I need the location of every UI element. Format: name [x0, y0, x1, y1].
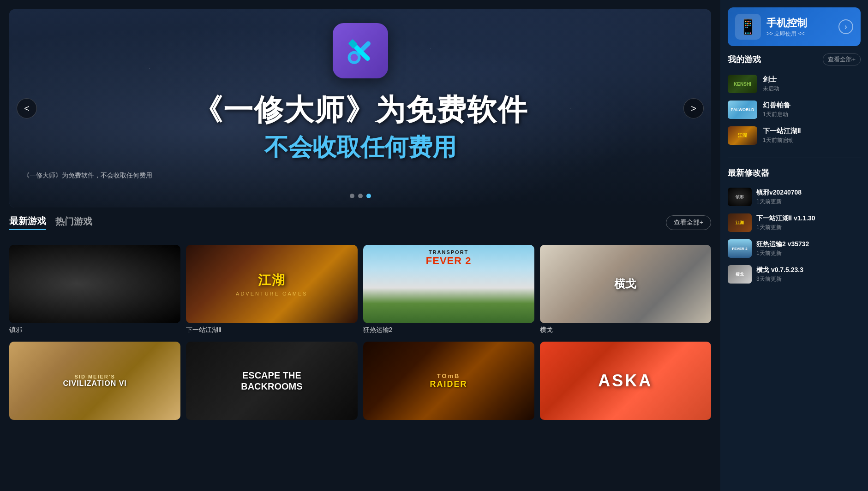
game-henge-label: 横戈: [540, 326, 711, 334]
my-games-title: 我的游戏: [728, 54, 761, 65]
game-card-transport: TRANSPORT FEVER 2 狂热运输2: [363, 245, 534, 334]
divider-1: [728, 158, 861, 158]
modifiers-section: 最新修改器 镇邪 镇邪v20240708 1天前更新 江湖 下一站江湖Ⅱ v1.…: [728, 167, 861, 287]
game-card-aska: ASKA: [540, 342, 711, 423]
game-card-jianghu: 江湖 ADVENTURE GAMES 下一站江湖Ⅱ: [186, 245, 357, 334]
game-card-tomb: TOmB RAIDER: [363, 342, 534, 423]
kenshi-name: 剑士: [763, 75, 861, 84]
tab-latest[interactable]: 最新游戏: [9, 215, 46, 230]
modifier-zhenzha[interactable]: 镇邪 镇邪v20240708 1天前更新: [728, 184, 861, 210]
mod-jianghu-date: 1天前更新: [756, 224, 861, 231]
phone-banner-title: 手机控制: [766, 16, 833, 30]
hero-arrow-left[interactable]: <: [17, 98, 37, 118]
hero-app-icon: [333, 23, 388, 78]
game-jianghu-label: 下一站江湖Ⅱ: [186, 326, 357, 334]
modifier-jianghu[interactable]: 江湖 下一站江湖Ⅱ v1.1.30 1天前更新: [728, 210, 861, 236]
mod-transport-date: 1天前更新: [756, 249, 861, 257]
modifier-zhenzha-thumb: 镇邪: [728, 188, 752, 206]
game-zhenzha-label: 镇邪: [9, 326, 180, 334]
kenshi-status: 未启动: [763, 85, 861, 93]
view-all-button[interactable]: 查看全部+: [666, 215, 711, 230]
phone-banner-arrow[interactable]: ›: [838, 19, 853, 34]
modifier-jianghu-thumb: 江湖: [728, 213, 752, 232]
games-row-1: 镇邪 镇邪 江湖 ADVENTURE GAMES 下一站江湖Ⅱ TRANSP: [9, 245, 711, 334]
jianghu2-status: 1天前前启动: [763, 136, 861, 144]
hero-dots: [350, 194, 371, 198]
hero-banner: 《一修大师》为免费软件 不会收取任何费用 《一修大师》为免费软件，不会收取任何费…: [9, 9, 711, 207]
game-card-civ: SID MEIER'S CIVILIZATION VI: [9, 342, 180, 423]
game-transport-label: 狂热运输2: [363, 326, 534, 334]
palworld-status: 1天前启动: [763, 111, 861, 118]
tabs-row: 最新游戏 热门游戏 查看全部+: [9, 215, 711, 230]
my-games-section: 我的游戏 查看全部+ KENSHI 剑士 未启动 PALWORLD 幻兽帕鲁: [728, 53, 861, 148]
modifier-henge[interactable]: 横戈 横戈 v0.7.5.23.3 3天前更新: [728, 261, 861, 287]
mod-transport-name: 狂热运输2 v35732: [756, 240, 861, 248]
phone-banner-subtitle: >> 立即使用 <<: [766, 30, 833, 38]
my-game-jianghu2[interactable]: 江湖 下一站江湖Ⅱ 1天前前启动: [728, 123, 861, 148]
modifier-transport-thumb: FEVER 2: [728, 239, 752, 258]
game-card-henge: 横戈 横戈: [540, 245, 711, 334]
game-card-zhenzha: 镇邪 镇邪: [9, 245, 180, 334]
phone-banner[interactable]: 📱 手机控制 >> 立即使用 << ›: [728, 7, 861, 46]
mod-jianghu-name: 下一站江湖Ⅱ v1.1.30: [756, 214, 861, 223]
modifier-henge-thumb: 横戈: [728, 265, 752, 284]
my-games-view-all[interactable]: 查看全部+: [823, 53, 861, 65]
my-game-palworld[interactable]: PALWORLD 幻兽帕鲁 1天前启动: [728, 97, 861, 123]
games-row-2: SID MEIER'S CIVILIZATION VI ESCAPE THEBA…: [9, 342, 711, 423]
mod-zhenzha-date: 1天前更新: [756, 198, 861, 206]
mod-zhenzha-name: 镇邪v20240708: [756, 189, 861, 197]
kenshi-thumb: KENSHI: [728, 75, 757, 93]
modifier-transport[interactable]: FEVER 2 狂热运输2 v35732 1天前更新: [728, 236, 861, 261]
hero-dot-3[interactable]: [366, 194, 371, 198]
jianghu2-thumb: 江湖: [728, 126, 757, 145]
hero-title: 《一修大师》为免费软件: [9, 90, 711, 130]
hero-subtitle: 不会收取任何费用: [9, 131, 711, 164]
mod-henge-name: 横戈 v0.7.5.23.3: [756, 266, 861, 274]
modifiers-header: 最新修改器: [728, 167, 861, 178]
sidebar: 📱 手机控制 >> 立即使用 << › 我的游戏 查看全部+ KENSHI 剑士…: [720, 0, 868, 491]
palworld-name: 幻兽帕鲁: [763, 101, 861, 110]
modifiers-title: 最新修改器: [728, 167, 769, 178]
mod-henge-date: 3天前更新: [756, 275, 861, 283]
hero-arrow-right[interactable]: >: [683, 98, 704, 118]
palworld-thumb: PALWORLD: [728, 101, 757, 119]
tab-hot[interactable]: 热门游戏: [55, 215, 92, 230]
hero-dot-2[interactable]: [358, 194, 363, 198]
game-card-escape: ESCAPE THEBACKROOMS: [186, 342, 357, 423]
my-game-kenshi[interactable]: KENSHI 剑士 未启动: [728, 71, 861, 97]
my-games-header: 我的游戏 查看全部+: [728, 53, 861, 65]
phone-icon: 📱: [735, 14, 761, 40]
hero-desc: 《一修大师》为免费软件，不会收取任何费用: [23, 172, 152, 180]
hero-dot-1[interactable]: [350, 194, 354, 198]
jianghu2-name: 下一站江湖Ⅱ: [763, 127, 861, 136]
